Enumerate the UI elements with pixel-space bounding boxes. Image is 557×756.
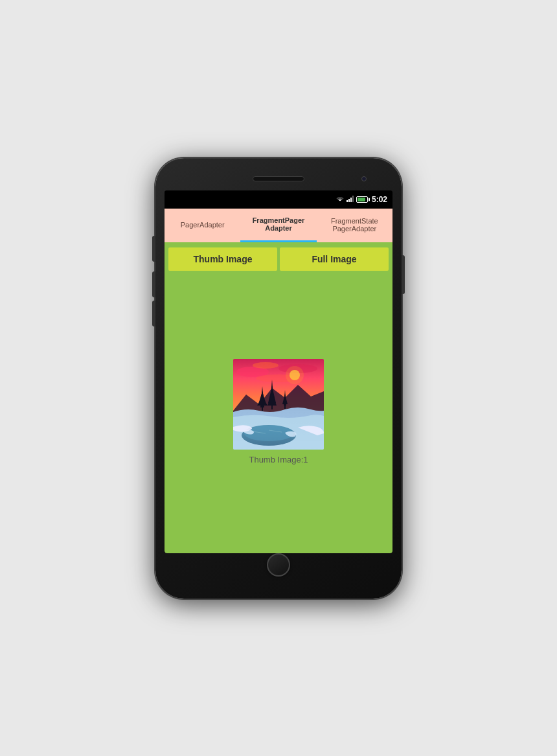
phone-bottom-bar: [165, 556, 392, 574]
svg-point-8: [253, 362, 278, 369]
status-bar: 5:02: [165, 190, 392, 209]
status-time: 5:02: [372, 195, 387, 204]
home-button[interactable]: [267, 553, 290, 577]
top-tab-bar: PagerAdapter FragmentPagerAdapter Fragme…: [165, 209, 392, 242]
svg-rect-3: [352, 196, 354, 202]
tab-pager-adapter[interactable]: PagerAdapter: [165, 209, 240, 242]
svg-rect-2: [350, 198, 352, 202]
phone-device: 5:02 PagerAdapter FragmentPagerAdapter F…: [155, 158, 402, 599]
battery-icon: [356, 196, 368, 203]
phone-top-bar: [165, 170, 392, 188]
front-camera: [361, 176, 367, 181]
tab-fragment-pager[interactable]: FragmentPagerAdapter: [240, 209, 316, 242]
tab-fragment-state[interactable]: FragmentStatePagerAdapter: [317, 209, 392, 242]
thumb-image-caption: Thumb Image:1: [249, 455, 308, 464]
wifi-icon: [335, 195, 345, 204]
svg-point-26: [286, 366, 304, 384]
svg-rect-20: [284, 404, 286, 409]
speaker-grille: [253, 176, 304, 181]
sub-tabs: Thumb Image Full Image: [165, 242, 392, 271]
svg-rect-17: [271, 404, 273, 409]
thumb-image-container: [233, 359, 324, 450]
signal-icon: [347, 196, 354, 203]
svg-rect-1: [348, 199, 350, 202]
status-icons: 5:02: [335, 195, 387, 204]
phone-screen: 5:02 PagerAdapter FragmentPagerAdapter F…: [165, 190, 392, 553]
thumb-image-button[interactable]: Thumb Image: [168, 247, 277, 271]
thumb-image-area: Thumb Image:1: [165, 271, 392, 553]
screen-content: Thumb Image Full Image: [165, 242, 392, 553]
svg-rect-13: [262, 406, 263, 411]
svg-rect-0: [347, 200, 348, 202]
full-image-button[interactable]: Full Image: [280, 247, 389, 271]
